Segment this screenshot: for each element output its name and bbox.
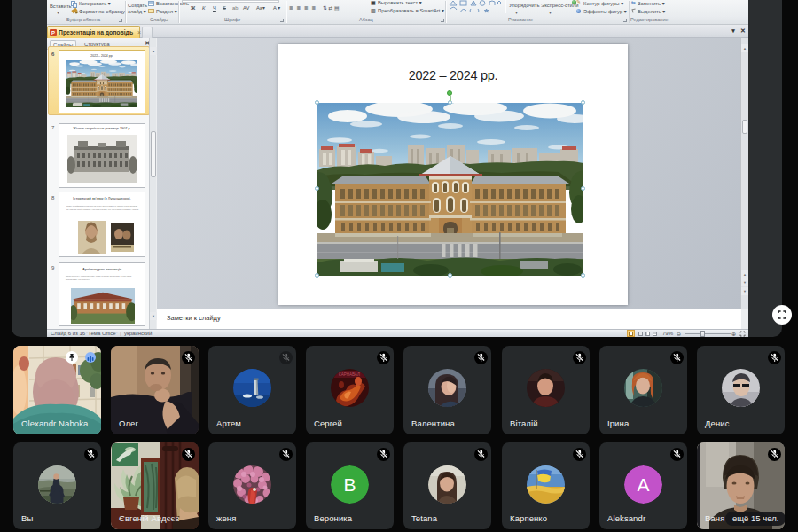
svg-text:КАРНАВАЛ: КАРНАВАЛ	[339, 372, 360, 377]
